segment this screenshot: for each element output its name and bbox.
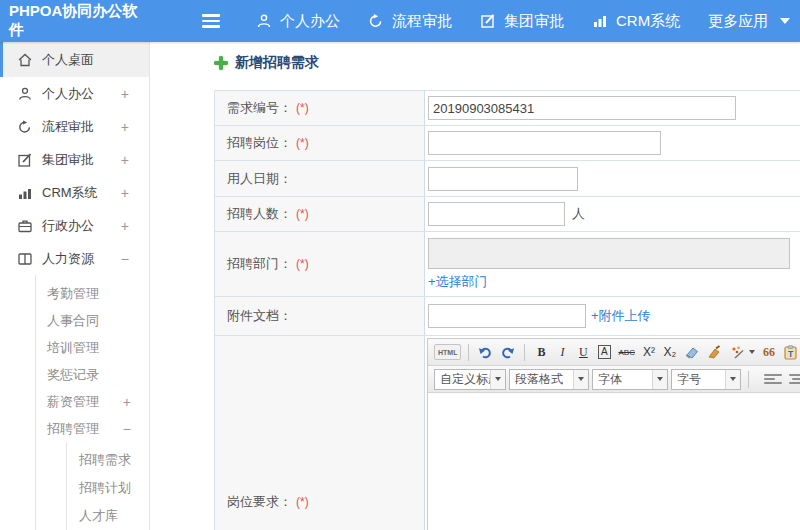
sidebar-item-talent-pool[interactable]: 人才库 — [67, 502, 149, 530]
sidebar-item-attendance[interactable]: 考勤管理 — [36, 280, 149, 307]
sidebar-item-personal-desktop[interactable]: 个人桌面 — [0, 42, 149, 77]
font-size-select[interactable]: 字号 — [671, 369, 741, 390]
expand-plus-icon[interactable]: + — [121, 185, 129, 201]
expand-plus-icon[interactable]: + — [121, 119, 129, 135]
upload-attachment-link[interactable]: +附件上传 — [591, 307, 651, 325]
undo-icon[interactable] — [476, 342, 495, 363]
topnav-workflow-approval[interactable]: 流程审批 — [368, 12, 452, 31]
topnav-group-approval[interactable]: 集团审批 — [480, 12, 564, 31]
sidebar-item-workflow-approval[interactable]: 流程审批 + — [0, 110, 149, 143]
align-center-icon[interactable] — [789, 371, 800, 387]
font-family-select[interactable]: 字体 — [592, 369, 668, 390]
sidebar-item-recruit-demand[interactable]: 招聘需求 — [67, 446, 149, 474]
expand-plus-icon[interactable]: + — [123, 394, 131, 410]
topnav-label: 个人办公 — [280, 12, 340, 31]
collapse-minus-icon[interactable]: − — [121, 251, 129, 267]
sidebar-item-personal-office[interactable]: 个人办公 + — [0, 77, 149, 110]
sidebar-item-salary[interactable]: 薪资管理 + — [36, 388, 149, 415]
chart-icon — [17, 185, 33, 201]
flow-icon — [17, 119, 33, 135]
hr-submenu: 考勤管理 人事合同 培训管理 奖惩记录 薪资管理 + 招聘管理 − 招聘需求 招… — [35, 275, 149, 530]
sidebar-item-group-approval[interactable]: 集团审批 + — [0, 143, 149, 176]
required-mark: (*) — [296, 495, 309, 509]
edit-icon — [17, 152, 33, 168]
sidebar-subitem-label: 培训管理 — [47, 339, 99, 357]
superscript-button[interactable]: X² — [640, 342, 658, 363]
expand-plus-icon[interactable]: + — [121, 152, 129, 168]
topnav-crm-system[interactable]: CRM系统 — [592, 12, 680, 31]
sidebar-subitem-label: 奖惩记录 — [47, 366, 99, 384]
bold-button[interactable]: B — [532, 342, 550, 363]
svg-text:T: T — [788, 349, 794, 359]
redo-icon[interactable] — [498, 342, 517, 363]
caret-down-icon — [725, 370, 740, 389]
subscript-button[interactable]: X₂ — [661, 342, 679, 363]
char-border-button[interactable]: A — [595, 342, 613, 363]
sidebar-item-label: 个人办公 — [42, 85, 94, 103]
required-mark: (*) — [296, 136, 309, 150]
sidebar-item-recruitment[interactable]: 招聘管理 − — [36, 415, 149, 442]
unit-label: 人 — [572, 205, 585, 223]
caret-down-icon — [780, 18, 790, 24]
topnav-personal-office[interactable]: 个人办公 — [256, 12, 340, 31]
hire-date-input[interactable] — [428, 167, 578, 191]
expand-plus-icon[interactable]: + — [121, 218, 129, 234]
sidebar-item-recruit-plan[interactable]: 招聘计划 — [67, 474, 149, 502]
underline-button[interactable]: U — [574, 342, 592, 363]
app-logo: PHPOA协同办公软件 — [0, 2, 150, 40]
sidebar-item-admin-office[interactable]: 行政办公 + — [0, 209, 149, 242]
caret-down-icon — [749, 350, 755, 354]
topnav-label: 集团审批 — [504, 12, 564, 31]
topnav-label: 流程审批 — [392, 12, 452, 31]
required-mark: (*) — [296, 257, 309, 271]
sidebar-item-crm-system[interactable]: CRM系统 + — [0, 176, 149, 209]
field-label: 招聘岗位： (*) — [215, 126, 425, 160]
html-source-button[interactable]: HTML — [434, 344, 461, 360]
position-input[interactable] — [428, 131, 661, 155]
sidebar-item-rewards[interactable]: 奖惩记录 — [36, 361, 149, 388]
editor-toolbar-row2: 自定义标题 段落格式 字体 字号 — [428, 366, 800, 393]
sidebar-item-label: CRM系统 — [42, 184, 98, 202]
top-nav: 个人办公 流程审批 集团审批 CRM系统 更多应用 — [256, 12, 790, 31]
field-label: 招聘人数： (*) — [215, 197, 425, 231]
form-row-demand-no: 需求编号： (*) — [215, 91, 800, 126]
paragraph-format-select[interactable]: 段落格式 — [509, 369, 589, 390]
custom-title-select[interactable]: 自定义标题 — [434, 369, 506, 390]
form-row-requirements: 岗位要求： (*) HTML B I U A ABC — [215, 336, 800, 530]
required-mark: (*) — [296, 101, 309, 115]
strikethrough-button[interactable]: ABC — [616, 342, 636, 363]
topnav-more-apps[interactable]: 更多应用 — [708, 12, 790, 31]
topnav-label: 更多应用 — [708, 12, 768, 31]
sidebar-item-human-resources[interactable]: 人力资源 − — [0, 242, 149, 275]
hamburger-menu-icon[interactable] — [202, 14, 220, 28]
eraser-icon[interactable] — [682, 342, 702, 363]
required-mark: (*) — [296, 207, 309, 221]
attachment-input[interactable] — [428, 304, 586, 328]
demand-no-input[interactable] — [428, 96, 736, 120]
paste-icon[interactable]: T — [781, 342, 800, 363]
expand-plus-icon[interactable]: + — [121, 86, 129, 102]
sidebar-subitem-label: 薪资管理 — [47, 393, 99, 411]
align-left-icon[interactable] — [764, 371, 782, 387]
headcount-input[interactable] — [428, 202, 565, 226]
sidebar-subitem-label: 考勤管理 — [47, 285, 99, 303]
rich-text-editor: HTML B I U A ABC X² X₂ — [427, 338, 800, 530]
format-brush-icon[interactable] — [705, 342, 725, 363]
book-icon — [17, 251, 33, 267]
add-plus-icon — [214, 56, 228, 70]
sidebar-subitem-label: 人事合同 — [47, 312, 99, 330]
sidebar-item-hr-contract[interactable]: 人事合同 — [36, 307, 149, 334]
department-textarea[interactable] — [428, 238, 790, 269]
color-pen-icon[interactable] — [728, 342, 757, 363]
sidebar-item-training[interactable]: 培训管理 — [36, 334, 149, 361]
collapse-minus-icon[interactable]: − — [123, 421, 131, 437]
select-department-link[interactable]: +选择部门 — [428, 273, 488, 291]
blockquote-button[interactable]: 66 — [760, 342, 778, 363]
flow-icon — [368, 13, 384, 29]
italic-button[interactable]: I — [553, 342, 571, 363]
editor-toolbar-row1: HTML B I U A ABC X² X₂ — [428, 339, 800, 366]
sidebar: 个人桌面 个人办公 + 流程审批 + 集团审批 + CRM系统 + 行政办公 +… — [0, 42, 150, 530]
caret-down-icon — [652, 370, 667, 389]
editor-content-area[interactable] — [428, 393, 800, 530]
field-label: 岗位要求： (*) — [215, 336, 425, 530]
